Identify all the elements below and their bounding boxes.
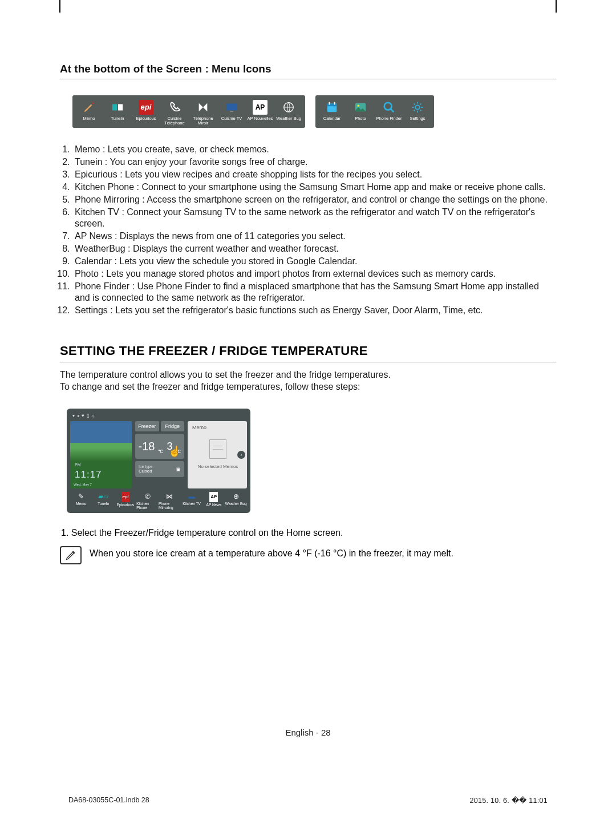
list-item: Epicurious : Lets you view recipes and c… bbox=[72, 169, 556, 180]
list-item: AP News : Displays the news from one of … bbox=[72, 231, 556, 242]
icon-label: AP Nouvelles bbox=[248, 116, 273, 121]
list-item: Memo : Lets you create, save, or check m… bbox=[72, 144, 556, 155]
menu-icon-bars: Mémo TuneIn epi Epicurious Cuisine Télép… bbox=[72, 95, 556, 128]
icon-tunein: TuneIn bbox=[103, 100, 132, 126]
icon-settings: Settings bbox=[403, 100, 432, 126]
fridge-screen-mock: ▾ ◂ ♥ ▯ ☼ PM 11:17 Wed, May 7 Freezer Fr… bbox=[67, 409, 250, 513]
pencil-icon bbox=[82, 100, 96, 115]
tv-icon: ▬ bbox=[188, 492, 195, 501]
list-item: Kitchen Phone : Connect to your smartpho… bbox=[72, 181, 556, 193]
svg-rect-0 bbox=[112, 104, 117, 111]
icon-label: Photo bbox=[355, 116, 366, 121]
ap-news-icon: AP bbox=[209, 492, 218, 502]
list-item: Tunein : You can enjoy your favorite son… bbox=[72, 156, 556, 168]
bowtie-icon: ⋈ bbox=[166, 492, 173, 501]
status-icon: ☼ bbox=[91, 413, 95, 418]
tv-icon bbox=[224, 100, 239, 115]
svg-rect-7 bbox=[329, 102, 330, 105]
icon-bar-main: Mémo TuneIn epi Epicurious Cuisine Télép… bbox=[72, 95, 305, 128]
svg-rect-3 bbox=[230, 111, 233, 112]
list-item: Kitchen TV : Connect your Samsung TV to … bbox=[72, 207, 556, 229]
list-item: Phone Mirroring : Access the smartphone … bbox=[72, 194, 556, 205]
footer-file: DA68-03055C-01.indb 28 bbox=[68, 796, 149, 805]
svg-rect-2 bbox=[226, 104, 237, 111]
tunein-icon: ▰▱ bbox=[98, 492, 108, 501]
icon-label: Cuisine Téléphone bbox=[160, 116, 189, 126]
globe-icon bbox=[281, 100, 296, 115]
pencil-icon: ✎ bbox=[78, 492, 84, 501]
calendar-icon bbox=[325, 100, 339, 115]
print-footer: DA68-03055C-01.indb 28 2015. 10. 6. �� 1… bbox=[68, 796, 548, 805]
memo-title: Memo bbox=[192, 425, 244, 430]
icon-phone-finder: Phone Finder bbox=[375, 100, 403, 126]
temperature-widget: Freezer Fridge -18℃ 3℃ ☝ Ice type Cubed … bbox=[135, 421, 184, 488]
svg-rect-8 bbox=[334, 102, 335, 105]
tunein-icon bbox=[110, 100, 125, 115]
icon-epicurious: epi Epicurious bbox=[132, 100, 160, 126]
status-icon: ♥ bbox=[82, 413, 84, 418]
section-heading: SETTING THE FREEZER / FRIDGE TEMPERATURE bbox=[60, 344, 556, 362]
bowtie-icon bbox=[196, 100, 210, 115]
note-text: When you store ice cream at a temperatur… bbox=[90, 546, 453, 560]
icon-label: Epicurious bbox=[136, 116, 156, 121]
globe-icon: ⊕ bbox=[233, 492, 239, 501]
sound-icon: ◂ bbox=[77, 413, 79, 418]
note-icon bbox=[60, 546, 82, 564]
phone-icon: ✆ bbox=[145, 492, 151, 501]
epicurious-icon: epi bbox=[121, 492, 130, 502]
temperature-display: -18℃ 3℃ ☝ bbox=[135, 434, 184, 459]
document-icon bbox=[209, 439, 226, 459]
icon-label: Cuisine TV bbox=[221, 116, 242, 121]
list-item: Photo : Lets you manage stored photos an… bbox=[72, 268, 556, 280]
epicurious-icon: epi bbox=[139, 100, 153, 115]
photo-icon bbox=[353, 100, 368, 115]
crop-marks bbox=[0, 0, 616, 13]
fridge-tab: Fridge bbox=[161, 421, 185, 431]
clock: 11:17 bbox=[75, 469, 102, 480]
weather-widget: PM 11:17 Wed, May 7 bbox=[70, 421, 132, 488]
mock-icon-dock: ✎Memo ▰▱TuneIn epiEpicurious ✆Kitchen Ph… bbox=[70, 492, 247, 510]
icon-kitchen-phone: Cuisine Téléphone bbox=[160, 100, 189, 126]
svg-point-12 bbox=[415, 105, 419, 109]
list-item: WeatherBug : Displays the current weathe… bbox=[72, 243, 556, 255]
svg-point-11 bbox=[384, 103, 392, 110]
freezer-tab: Freezer bbox=[135, 421, 159, 431]
icon-label: Calendar bbox=[323, 116, 341, 121]
page-footer-center: English - 28 bbox=[0, 728, 616, 737]
icon-label: TuneIn bbox=[111, 116, 124, 121]
icon-descriptions: Memo : Lets you create, save, or check m… bbox=[60, 144, 556, 316]
list-item: Calendar : Lets you view the schedule yo… bbox=[72, 256, 556, 267]
icon-kitchen-tv: Cuisine TV bbox=[217, 100, 246, 126]
icon-bar-secondary: Calendar Photo Phone Finder Settings bbox=[315, 95, 434, 128]
icon-calendar: Calendar bbox=[318, 100, 346, 126]
status-icon: ▯ bbox=[87, 413, 89, 418]
icon-phone-mirroring: Téléphone Miroir bbox=[189, 100, 217, 126]
note-callout: When you store ice cream at a temperatur… bbox=[60, 546, 556, 564]
section-subheading: At the bottom of the Screen : Menu Icons bbox=[60, 63, 556, 79]
icon-photo: Photo bbox=[346, 100, 375, 126]
icon-label: Weather Bug bbox=[276, 116, 301, 121]
list-item: Settings : Lets you set the refrigerator… bbox=[72, 305, 556, 316]
icon-weatherbug: Weather Bug bbox=[274, 100, 303, 126]
ap-news-icon: AP bbox=[253, 100, 268, 115]
gear-icon bbox=[410, 100, 425, 115]
icon-memo: Mémo bbox=[75, 100, 103, 126]
svg-point-10 bbox=[358, 104, 360, 107]
footer-timestamp: 2015. 10. 6. �� 11:01 bbox=[469, 796, 548, 805]
magnifier-icon bbox=[382, 100, 396, 115]
icon-ap-news: AP AP Nouvelles bbox=[246, 100, 274, 126]
manual-page: At the bottom of the Screen : Menu Icons… bbox=[0, 0, 616, 840]
status-bar: ▾ ◂ ♥ ▯ ☼ bbox=[70, 412, 247, 419]
ice-type-box: Ice type Cubed ▣ bbox=[135, 461, 184, 477]
step-1: 1. Select the Freezer/Fridge temperature… bbox=[61, 528, 556, 538]
freezer-temp: -18 bbox=[139, 440, 155, 453]
svg-rect-6 bbox=[327, 104, 337, 107]
cube-icon: ▣ bbox=[176, 467, 181, 472]
svg-rect-1 bbox=[118, 104, 123, 111]
day-label: PM bbox=[75, 463, 81, 467]
icon-label: Settings bbox=[410, 116, 425, 121]
wifi-icon: ▾ bbox=[72, 413, 75, 418]
date-label: Wed, May 7 bbox=[74, 483, 92, 486]
memo-empty-text: No selected Memos bbox=[192, 465, 244, 470]
touch-hand-icon: ☝ bbox=[168, 445, 181, 458]
